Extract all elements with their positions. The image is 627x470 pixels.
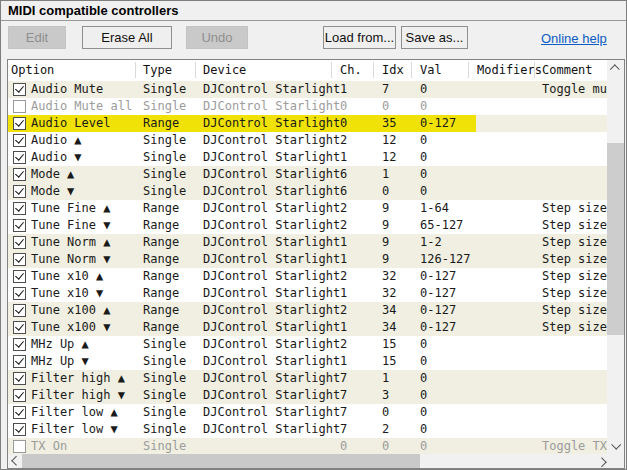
column-header-type[interactable]: Type: [143, 60, 172, 81]
row-checkbox[interactable]: [13, 321, 26, 334]
cell-device: DJControl Starlight: [203, 268, 340, 285]
table-row[interactable]: Filter high ▲SingleDJControl Starlight71…: [8, 370, 607, 387]
cell-comment: Step size /: [542, 217, 607, 234]
edit-button[interactable]: Edit: [8, 26, 66, 49]
online-help-link[interactable]: Online help: [541, 31, 607, 46]
table-row[interactable]: TX OnSingle000Toggle TX c: [8, 438, 607, 455]
row-checkbox[interactable]: [13, 202, 26, 215]
cell-device: DJControl Starlight: [203, 98, 340, 115]
table-row[interactable]: Tune x100 ▼RangeDJControl Starlight1340-…: [8, 319, 607, 336]
row-checkbox[interactable]: [13, 389, 26, 402]
cell-idx: 15: [382, 353, 396, 370]
table-row[interactable]: Audio MuteSingleDJControl Starlight170To…: [8, 81, 607, 98]
scroll-up-button[interactable]: [607, 60, 624, 77]
cell-ch: 7: [340, 370, 347, 387]
erase-all-button[interactable]: Erase All: [82, 26, 172, 49]
row-checkbox[interactable]: [13, 406, 26, 419]
cell-comment: Toggle mute: [542, 81, 607, 98]
cell-type: Single: [143, 166, 186, 183]
column-header-option[interactable]: Option: [11, 60, 54, 81]
table-row[interactable]: MHz Up ▲SingleDJControl Starlight2150: [8, 336, 607, 353]
table-row[interactable]: Audio Mute allSingleDJControl Starlight0…: [8, 98, 607, 115]
vertical-scroll-thumb[interactable]: [607, 143, 624, 335]
column-header-ch[interactable]: Ch.: [340, 60, 362, 81]
cell-option: Filter low ▲: [31, 404, 118, 421]
table-row[interactable]: Tune x10 ▲RangeDJControl Starlight2320-1…: [8, 268, 607, 285]
table-row[interactable]: Filter low ▲SingleDJControl Starlight700: [8, 404, 607, 421]
cell-val: 0: [420, 404, 427, 421]
table-row[interactable]: Tune x100 ▲RangeDJControl Starlight2340-…: [8, 302, 607, 319]
column-header-idx[interactable]: Idx: [382, 60, 404, 81]
column-separator: [195, 62, 196, 78]
table-row[interactable]: Filter high ▼SingleDJControl Starlight73…: [8, 387, 607, 404]
cell-type: Single: [143, 132, 186, 149]
cell-idx: 0: [382, 98, 389, 115]
row-checkbox[interactable]: [13, 185, 26, 198]
cell-option: TX On: [31, 438, 67, 455]
row-checkbox[interactable]: [13, 423, 26, 436]
table-row[interactable]: MHz Up ▼SingleDJControl Starlight1150: [8, 353, 607, 370]
scroll-left-button[interactable]: [8, 454, 22, 468]
row-checkbox[interactable]: [13, 236, 26, 249]
cell-val: 1-2: [420, 234, 442, 251]
cell-device: DJControl Starlight: [203, 217, 340, 234]
cell-ch: 6: [340, 183, 347, 200]
table-row[interactable]: Tune Fine ▲RangeDJControl Starlight291-6…: [8, 200, 607, 217]
table-row[interactable]: Filter low ▼SingleDJControl Starlight720: [8, 421, 607, 438]
table-row[interactable]: Mode ▼SingleDJControl Starlight600: [8, 183, 607, 200]
column-header-device[interactable]: Device: [203, 60, 246, 81]
table-row[interactable]: Audio ▼SingleDJControl Starlight1120: [8, 149, 607, 166]
row-checkbox[interactable]: [13, 134, 26, 147]
row-checkbox[interactable]: [13, 355, 26, 368]
table-row[interactable]: Tune x10 ▼RangeDJControl Starlight1320-1…: [8, 285, 607, 302]
row-checkbox[interactable]: [13, 219, 26, 232]
save-as-button[interactable]: Save as...: [401, 26, 468, 49]
row-checkbox[interactable]: [13, 253, 26, 266]
cell-option: MHz Up ▼: [31, 353, 89, 370]
table-row[interactable]: Tune Norm ▲RangeDJControl Starlight191-2…: [8, 234, 607, 251]
row-checkbox[interactable]: [13, 151, 26, 164]
cell-option: Audio Mute: [31, 81, 103, 98]
load-from-button[interactable]: Load from...: [323, 26, 396, 49]
row-checkbox[interactable]: [13, 168, 26, 181]
table-row[interactable]: Audio ▲SingleDJControl Starlight2120: [8, 132, 607, 149]
column-header-modifiers[interactable]: Modifiers: [477, 60, 542, 81]
table-row[interactable]: Audio LevelRangeDJControl Starlight0350-…: [8, 115, 607, 132]
scroll-down-button[interactable]: [607, 437, 624, 454]
row-checkbox[interactable]: [13, 304, 26, 317]
row-checkbox[interactable]: [13, 270, 26, 283]
row-checkbox[interactable]: [13, 117, 26, 130]
horizontal-scrollbar[interactable]: [8, 454, 609, 468]
row-checkbox[interactable]: [13, 338, 26, 351]
cell-ch: 1: [340, 234, 347, 251]
vertical-scrollbar[interactable]: [607, 60, 624, 454]
table-row[interactable]: Tune Norm ▼RangeDJControl Starlight19126…: [8, 251, 607, 268]
check-icon: [15, 423, 24, 432]
cell-device: DJControl Starlight: [203, 302, 340, 319]
cell-val: 0-127: [420, 285, 456, 302]
undo-button[interactable]: Undo: [186, 26, 248, 49]
horizontal-scroll-thumb[interactable]: [22, 454, 420, 468]
row-checkbox[interactable]: [13, 100, 26, 113]
row-checkbox[interactable]: [13, 287, 26, 300]
table-row[interactable]: Tune Fine ▼RangeDJControl Starlight2965-…: [8, 217, 607, 234]
scroll-right-button[interactable]: [595, 454, 609, 468]
check-icon: [15, 219, 24, 228]
cell-type: Single: [143, 404, 186, 421]
cell-val: 0: [420, 98, 427, 115]
chevron-left-icon: [11, 455, 21, 465]
cell-device: DJControl Starlight: [203, 336, 340, 353]
cell-val: 0: [420, 421, 427, 438]
column-header-comment[interactable]: Comment: [542, 60, 593, 81]
table-row[interactable]: Mode ▲SingleDJControl Starlight610: [8, 166, 607, 183]
row-checkbox[interactable]: [13, 83, 26, 96]
row-checkbox[interactable]: [13, 440, 26, 453]
cell-ch: 1: [340, 353, 347, 370]
cell-ch: 7: [340, 421, 347, 438]
cell-option: Audio Mute all: [31, 98, 132, 115]
cell-ch: 1: [340, 149, 347, 166]
row-checkbox[interactable]: [13, 372, 26, 385]
column-header-val[interactable]: Val: [420, 60, 442, 81]
cell-idx: 0: [382, 438, 389, 455]
cell-idx: 2: [382, 421, 389, 438]
